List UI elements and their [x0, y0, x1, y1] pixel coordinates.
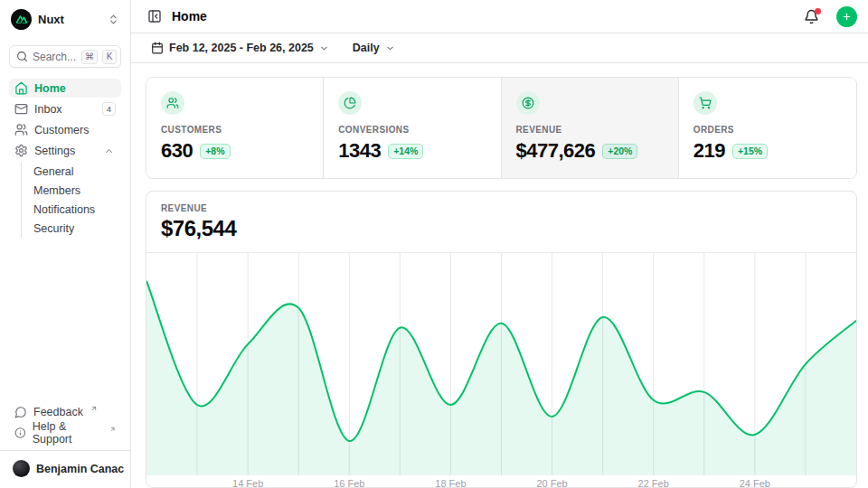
users-icon	[166, 97, 179, 109]
chart-header: REVENUE $76,544	[146, 192, 856, 253]
stats-row: CUSTOMERS 630 +8% CONVERSIONS 1343 +14%	[146, 77, 857, 179]
header: Home	[131, 0, 868, 33]
sidebar-item-customers[interactable]: Customers	[9, 120, 121, 139]
stat-card-revenue[interactable]: REVENUE $477,626 +20%	[502, 78, 679, 178]
x-axis-tick: 14 Feb	[232, 478, 263, 488]
circle-dollar-icon	[522, 97, 534, 109]
feedback-link[interactable]: Feedback	[9, 402, 121, 421]
new-item-button[interactable]	[836, 6, 857, 27]
x-axis-tick: 18 Feb	[435, 478, 466, 488]
stat-value: $477,626	[516, 139, 596, 163]
revenue-chart-card: REVENUE $76,544 14 Feb16 Feb18 Feb20 Feb…	[146, 191, 857, 488]
x-axis-tick: 16 Feb	[334, 478, 364, 488]
home-icon	[14, 81, 28, 95]
stat-card-orders[interactable]: ORDERS 219 +15%	[679, 78, 856, 178]
sidebar-item-security[interactable]: Security	[22, 219, 121, 238]
workspace-switcher[interactable]: Nuxt	[9, 7, 121, 32]
calendar-icon	[151, 42, 164, 54]
x-axis-labels: 14 Feb16 Feb18 Feb20 Feb22 Feb24 Feb	[146, 475, 856, 488]
stat-label: CONVERSIONS	[338, 125, 486, 135]
user-name: Benjamin Canac	[36, 463, 124, 475]
stat-value: 1343	[338, 139, 381, 163]
search-icon	[16, 51, 28, 62]
workspace-name: Nuxt	[38, 13, 101, 26]
external-link-icon	[90, 405, 98, 412]
stat-label: REVENUE	[516, 125, 664, 135]
chevron-up-icon	[102, 145, 116, 156]
sidebar: Nuxt Search... ⌘ K Home Inbox 4 Customer…	[0, 0, 131, 488]
chevron-down-icon	[319, 43, 329, 53]
filters-toolbar: Feb 12, 2025 - Feb 26, 2025 Daily	[131, 33, 868, 63]
stat-card-customers[interactable]: CUSTOMERS 630 +8%	[146, 78, 324, 178]
sidebar-item-home[interactable]: Home	[9, 79, 121, 98]
granularity-select[interactable]: Daily	[347, 41, 401, 55]
inbox-count-badge: 4	[102, 102, 116, 116]
revenue-area-chart[interactable]	[146, 253, 856, 475]
app-window: Nuxt Search... ⌘ K Home Inbox 4 Customer…	[0, 0, 868, 488]
sidebar-item-members[interactable]: Members	[22, 181, 121, 200]
sidebar-item-general[interactable]: General	[22, 162, 121, 181]
panel-left-icon	[147, 9, 162, 23]
speech-bubble-icon	[14, 406, 27, 418]
chart-value: $76,544	[161, 216, 842, 241]
dashboard-content: CUSTOMERS 630 +8% CONVERSIONS 1343 +14%	[131, 63, 868, 488]
nuxt-logo-icon	[11, 9, 32, 30]
help-support-link[interactable]: Help & Support	[9, 423, 121, 442]
delta-badge: +8%	[200, 144, 230, 159]
delta-badge: +15%	[732, 144, 768, 159]
date-range-picker[interactable]: Feb 12, 2025 - Feb 26, 2025	[146, 41, 335, 55]
delta-badge: +20%	[602, 144, 637, 159]
page-title: Home	[172, 9, 796, 23]
inbox-icon	[14, 102, 28, 116]
sidebar-item-settings[interactable]: Settings	[9, 141, 121, 160]
notifications-button[interactable]	[804, 9, 819, 24]
plus-icon	[842, 11, 852, 23]
kbd-meta: ⌘	[81, 50, 98, 64]
kbd-k: K	[102, 50, 117, 64]
search-input[interactable]: Search... ⌘ K	[9, 45, 121, 68]
avatar	[13, 460, 30, 477]
user-menu[interactable]: Benjamin Canac	[9, 458, 121, 479]
divider	[0, 450, 130, 451]
notification-dot	[815, 8, 821, 14]
sidebar-item-inbox[interactable]: Inbox 4	[9, 99, 121, 118]
settings-submenu: General Members Notifications Security	[21, 162, 121, 238]
stat-label: CUSTOMERS	[161, 125, 308, 135]
main-panel: Home Feb 12, 2025 - Feb 26, 2025 Daily	[131, 0, 868, 488]
search-placeholder: Search...	[33, 51, 77, 63]
chart-label: REVENUE	[161, 203, 842, 213]
sidebar-nav: Home Inbox 4 Customers Settings General …	[9, 79, 121, 238]
chart-pie-icon	[344, 97, 356, 109]
stat-card-conversions[interactable]: CONVERSIONS 1343 +14%	[324, 78, 501, 178]
x-axis-tick: 22 Feb	[638, 478, 669, 488]
x-axis-tick: 20 Feb	[536, 478, 567, 488]
gear-icon	[14, 144, 28, 157]
sidebar-footer: Feedback Help & Support Benjamin Canac	[9, 402, 121, 479]
chevron-down-icon	[385, 43, 395, 53]
stat-value: 219	[693, 139, 725, 163]
chart-plot-area: 14 Feb16 Feb18 Feb20 Feb22 Feb24 Feb	[146, 253, 856, 488]
x-axis-tick: 24 Feb	[740, 478, 770, 488]
info-circle-icon	[14, 427, 26, 439]
external-link-icon	[109, 426, 116, 433]
stat-value: 630	[161, 139, 193, 163]
sidebar-item-notifications[interactable]: Notifications	[22, 200, 121, 219]
delta-badge: +14%	[388, 144, 423, 159]
sidebar-collapse-button[interactable]	[146, 7, 164, 25]
users-icon	[14, 123, 28, 136]
shopping-cart-icon	[699, 97, 712, 109]
chevrons-up-down-icon	[108, 14, 119, 25]
stat-label: ORDERS	[693, 125, 842, 135]
